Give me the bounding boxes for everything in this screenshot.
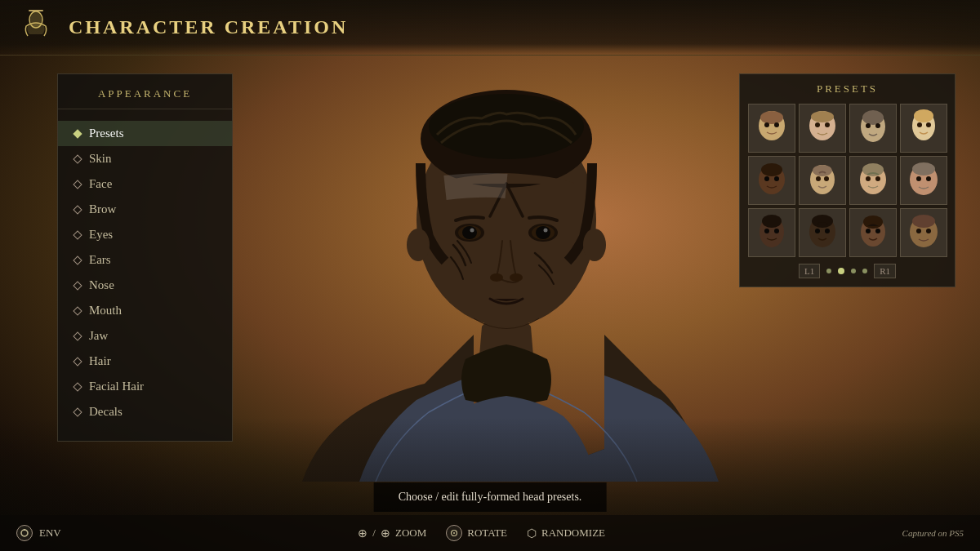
svg-point-65 xyxy=(916,229,921,233)
svg-point-38 xyxy=(774,176,779,181)
menu-diamond-10 xyxy=(73,382,82,391)
preset-cell-9[interactable] xyxy=(748,208,795,257)
svg-point-12 xyxy=(536,226,550,239)
preset-cell-12[interactable] xyxy=(900,208,947,257)
menu-item-label-8: Jaw xyxy=(89,329,108,343)
menu-diamond-1 xyxy=(73,154,82,163)
sidebar-item-brow[interactable]: Brow xyxy=(58,197,232,222)
svg-point-29 xyxy=(866,123,871,128)
svg-point-33 xyxy=(917,122,922,127)
sidebar-item-ears[interactable]: Ears xyxy=(58,247,232,273)
svg-point-70 xyxy=(453,532,455,534)
svg-point-30 xyxy=(875,123,880,128)
sidebar-item-facial-hair[interactable]: Facial Hair xyxy=(58,374,232,399)
svg-point-40 xyxy=(813,165,832,176)
svg-point-28 xyxy=(862,110,884,125)
menu-diamond-7 xyxy=(73,306,82,315)
env-control: ENV xyxy=(16,525,61,541)
svg-point-52 xyxy=(762,215,782,228)
sidebar-section-title: APPEARANCE xyxy=(58,87,232,109)
menu-diamond-9 xyxy=(73,357,82,366)
page-title: CHARACTER CREATION xyxy=(69,16,348,38)
sidebar-item-face[interactable]: Face xyxy=(58,171,232,197)
preset-cell-6[interactable] xyxy=(799,156,846,205)
preset-cell-2[interactable] xyxy=(799,104,846,153)
sidebar-item-decals[interactable]: Decals xyxy=(58,399,232,424)
randomize-label: RANDOMIZE xyxy=(541,527,605,540)
menu-item-label-0: Presets xyxy=(89,127,124,140)
presets-next-button[interactable]: R1 xyxy=(874,264,896,278)
svg-point-46 xyxy=(875,176,880,181)
menu-item-label-1: Skin xyxy=(89,152,112,166)
sidebar-item-skin[interactable]: Skin xyxy=(58,146,232,171)
svg-point-15 xyxy=(510,273,523,282)
svg-point-32 xyxy=(914,109,933,122)
svg-point-13 xyxy=(544,229,548,233)
svg-point-14 xyxy=(490,273,503,282)
sidebar-item-hair[interactable]: Hair xyxy=(58,349,232,374)
menu-item-label-5: Ears xyxy=(89,253,111,267)
svg-point-26 xyxy=(825,122,830,127)
env-label: ENV xyxy=(39,527,61,540)
preset-cell-11[interactable] xyxy=(849,208,897,257)
rotate-button-icon[interactable] xyxy=(446,525,462,541)
nav-dot-4 xyxy=(862,269,867,273)
hint-bar: Choose / edit fully-formed head presets. xyxy=(374,482,607,512)
sidebar-item-presets[interactable]: Presets xyxy=(58,121,232,146)
svg-point-61 xyxy=(866,229,871,233)
svg-point-21 xyxy=(764,122,769,127)
preset-cell-10[interactable] xyxy=(799,208,846,257)
svg-point-5 xyxy=(429,94,584,159)
presets-panel: PRESETS xyxy=(739,73,956,287)
preset-cell-5[interactable] xyxy=(748,156,795,205)
svg-point-25 xyxy=(815,122,820,127)
zoom-label: ZOOM xyxy=(395,527,426,540)
preset-cell-4[interactable] xyxy=(900,104,947,153)
menu-diamond-3 xyxy=(73,205,82,214)
rotate-label: ROTATE xyxy=(467,527,507,540)
svg-point-34 xyxy=(926,122,931,127)
preset-cell-1[interactable] xyxy=(748,104,795,153)
character-icon xyxy=(16,8,56,47)
presets-prev-button[interactable]: L1 xyxy=(799,264,820,278)
svg-point-20 xyxy=(760,111,783,124)
sidebar-item-eyes[interactable]: Eyes xyxy=(58,222,232,247)
menu-diamond-0 xyxy=(73,129,82,138)
preset-cell-3[interactable] xyxy=(849,104,897,153)
menu-item-label-11: Decals xyxy=(89,405,122,419)
preset-cell-7[interactable] xyxy=(849,156,897,205)
svg-point-50 xyxy=(926,176,931,181)
svg-point-53 xyxy=(764,229,769,233)
svg-point-37 xyxy=(764,176,769,181)
menu-item-label-7: Mouth xyxy=(89,304,122,318)
nav-dot-2 xyxy=(838,268,844,274)
svg-point-57 xyxy=(815,229,820,233)
hint-text: Choose / edit fully-formed head presets. xyxy=(399,491,582,503)
sidebar-item-nose[interactable]: Nose xyxy=(58,273,232,298)
svg-point-66 xyxy=(926,229,931,233)
menu-diamond-11 xyxy=(73,407,82,416)
svg-point-44 xyxy=(862,163,884,176)
menu-item-label-2: Face xyxy=(89,177,112,191)
env-button-icon[interactable] xyxy=(16,525,33,541)
svg-point-45 xyxy=(866,176,871,181)
svg-point-54 xyxy=(774,229,779,233)
header-bar: CHARACTER CREATION xyxy=(0,0,980,56)
zoom-icon-1: ⊕ xyxy=(358,527,368,540)
bottom-controls: ⊕ / ⊕ ZOOM ROTATE ⬡ RANDOMIZE xyxy=(358,525,605,541)
captured-on-label: Captured on PS5 xyxy=(902,528,964,538)
sidebar-item-mouth[interactable]: Mouth xyxy=(58,298,232,323)
zoom-icon-2: ⊕ xyxy=(381,527,390,540)
svg-point-64 xyxy=(912,215,935,228)
character-face xyxy=(294,57,719,498)
zoom-control: ⊕ / ⊕ ZOOM xyxy=(358,527,426,540)
preset-cell-8[interactable] xyxy=(900,156,947,205)
menu-item-label-4: Eyes xyxy=(89,228,113,242)
nav-dot-3 xyxy=(851,269,856,273)
svg-point-67 xyxy=(21,530,28,536)
svg-point-22 xyxy=(774,122,779,127)
appearance-menu: APPEARANCE PresetsSkinFaceBrowEyesEarsNo… xyxy=(57,73,233,442)
svg-rect-68 xyxy=(24,529,25,531)
sidebar-item-jaw[interactable]: Jaw xyxy=(58,323,232,349)
menu-item-label-6: Nose xyxy=(89,278,114,292)
